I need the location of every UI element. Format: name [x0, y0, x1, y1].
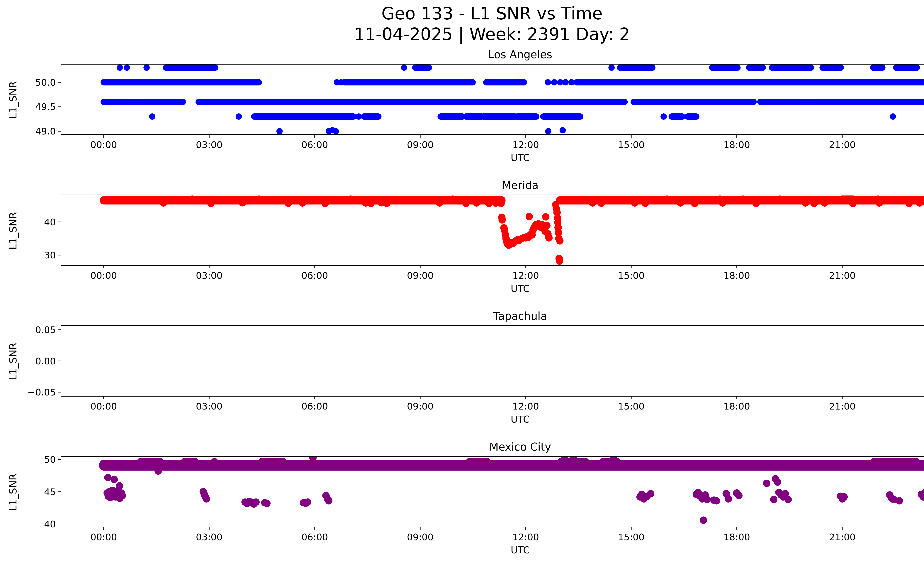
y-tick-label: 40 [44, 519, 56, 529]
x-axis-label: UTC [61, 544, 924, 556]
x-tick-label: 18:00 [723, 532, 750, 543]
scatter-band-dot [551, 79, 557, 86]
scatter-band-dot [347, 196, 354, 202]
scatter-point [589, 199, 596, 207]
x-tick-label: 15:00 [618, 270, 645, 281]
scatter-band-dot [449, 196, 456, 202]
scatter-point [905, 200, 913, 207]
scatter-point [876, 199, 883, 207]
x-tick-label: 09:00 [407, 140, 434, 150]
x-tick-label: 18:00 [723, 401, 750, 412]
x-tick-label: 18:00 [723, 140, 750, 150]
scatter-point [735, 492, 742, 499]
scatter-point [556, 237, 564, 245]
scatter-point [896, 497, 903, 504]
scatter-band-dot [562, 79, 568, 86]
x-axis-label: UTC [61, 414, 924, 425]
x-tick-label: 06:00 [302, 140, 328, 150]
scatter-point [498, 200, 505, 207]
figure-canvas: { "figure": { "title_line1": "Geo 133 - … [0, 0, 924, 561]
scatter-point [724, 495, 732, 502]
x-tick-label: 03:00 [196, 270, 222, 281]
scatter-point [598, 200, 605, 207]
x-tick-label: 12:00 [513, 140, 539, 150]
x-tick-label: 06:00 [302, 270, 328, 281]
scatter-band-dot [740, 196, 746, 202]
y-tick-label: 49.0 [35, 126, 56, 137]
x-tick-label: 15:00 [618, 532, 645, 543]
y-tick-label: 45 [44, 487, 56, 497]
plot-area-mexico-city: 00:0003:0006:0009:0012:0015:0018:0021:00… [0, 456, 924, 560]
scatter-point [276, 128, 283, 134]
scatter-point [111, 476, 118, 483]
scatter-point [542, 213, 549, 221]
scatter-point [207, 200, 215, 207]
plot-area-tapachula: 00:0003:0006:0009:0012:0015:0018:0021:00… [0, 325, 924, 429]
x-tick-label: 12:00 [513, 270, 539, 281]
scatter-band-dot [545, 79, 551, 86]
subplot-mexico-city: Mexico City L1_SNR 00:0003:0006:0009:001… [0, 439, 924, 561]
scatter-point [118, 492, 126, 499]
y-tick-label: 40 [44, 217, 56, 227]
scatter-point [462, 200, 470, 207]
scatter-point [252, 498, 260, 506]
scatter-band-dot [776, 196, 783, 202]
x-tick-label: 03:00 [196, 532, 222, 543]
y-tick-label: −0.05 [27, 387, 56, 398]
scatter-point [304, 498, 311, 506]
scatter-point [545, 234, 552, 242]
scatter-band-dot [117, 65, 123, 71]
x-tick-label: 18:00 [723, 270, 750, 281]
scatter-point [810, 200, 818, 207]
scatter-point [203, 495, 210, 502]
x-tick-label: 00:00 [90, 532, 117, 543]
scatter-point [700, 516, 707, 524]
scatter-point [719, 199, 726, 207]
x-tick-label: 12:00 [513, 401, 539, 412]
x-tick-label: 03:00 [196, 401, 222, 412]
y-tick-label: 50.0 [35, 77, 56, 88]
scatter-band-dot [236, 113, 242, 120]
scatter-band-dot [608, 65, 615, 71]
scatter-band-dot [401, 65, 407, 71]
scatter-point [473, 199, 480, 207]
scatter-point [298, 199, 306, 207]
scatter-point [770, 496, 777, 503]
scatter-point [712, 497, 720, 504]
scatter-band-dot [664, 196, 670, 202]
scatter-point [802, 199, 809, 207]
subplot-title: Merida [61, 179, 924, 192]
y-tick-label: 0.05 [35, 325, 56, 335]
subplot-merida: Merida L1_SNR 00:0003:0006:0009:0012:001… [0, 178, 924, 300]
subplot-title: Tapachula [61, 310, 924, 322]
scatter-point [784, 496, 792, 503]
scatter-point [498, 216, 506, 224]
scatter-band-dot [211, 458, 218, 465]
x-tick-label: 21:00 [829, 270, 856, 281]
x-tick-label: 09:00 [407, 532, 434, 543]
figure-title-line-2: 11-04-2025 | Week: 2391 Day: 2 [0, 24, 924, 45]
subplot-tapachula: Tapachula L1_SNR 00:0003:0006:0009:0012:… [0, 309, 924, 431]
x-tick-label: 09:00 [407, 401, 434, 412]
y-tick-label: 49.5 [35, 102, 56, 112]
scatter-point [691, 200, 698, 207]
scatter-point [325, 497, 333, 504]
x-tick-label: 21:00 [829, 401, 856, 412]
scatter-point [160, 199, 167, 207]
x-tick-label: 06:00 [302, 532, 328, 543]
scatter-point [840, 493, 848, 501]
x-axis-label: UTC [61, 152, 924, 163]
scatter-point [116, 482, 123, 490]
scatter-point [642, 200, 649, 207]
x-tick-label: 00:00 [90, 270, 117, 281]
scatter-band-dot [143, 65, 150, 71]
scatter-point [704, 496, 711, 503]
scatter-point [560, 127, 566, 133]
x-tick-label: 21:00 [829, 532, 856, 543]
scatter-point [543, 222, 550, 229]
scatter-point [436, 199, 443, 207]
scatter-band-dot [890, 113, 896, 120]
subplot-title: Mexico City [61, 441, 924, 453]
scatter-point [333, 128, 339, 134]
x-tick-label: 21:00 [829, 140, 856, 150]
